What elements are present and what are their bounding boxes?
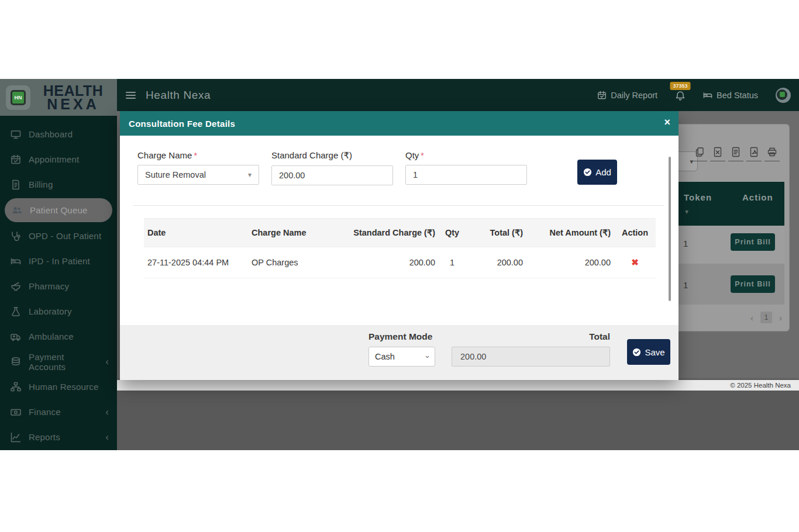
payment-mode-select[interactable]: Cash ›: [368, 347, 435, 367]
sidebar-item-billing[interactable]: Billing: [0, 172, 117, 197]
daily-report-link[interactable]: Daily Report: [597, 91, 657, 100]
notifications-button[interactable]: 37353: [675, 91, 686, 103]
previous-page-button[interactable]: ‹: [750, 313, 753, 323]
close-icon[interactable]: ×: [664, 117, 670, 127]
screen: Health Nexa Daily Report 37353 Bed Statu…: [0, 0, 799, 532]
standard-charge-cell: 200.00: [349, 247, 439, 278]
money-icon: [11, 407, 21, 417]
charge-name-label: Charge Name*: [137, 150, 259, 160]
modal-footer: Payment Mode Total Cash › 200.00 Save: [120, 325, 679, 380]
qty-field: Qty*: [405, 150, 527, 185]
sidebar-item-ambulance[interactable]: Ambulance: [0, 324, 117, 349]
dimmed-backdrop-band: [117, 391, 799, 450]
sidebar-item-patient-queue[interactable]: Patient Queue: [5, 198, 112, 222]
navbar-actions: Daily Report 37353 Bed Status: [597, 87, 799, 103]
fee-details-table: Date Charge Name Standard Charge (₹) Qty…: [144, 218, 656, 278]
sidebar-item-human-resource[interactable]: Human Resource: [0, 374, 117, 399]
next-page-button[interactable]: ›: [779, 313, 782, 323]
bed-icon: [11, 256, 21, 267]
consultation-fee-modal: Consultation Fee Details × Charge Name* …: [120, 111, 679, 380]
pdf-export-button[interactable]: [746, 147, 762, 161]
sidebar-item-appointment[interactable]: Appointment: [0, 147, 117, 172]
copy-icon: [694, 147, 705, 157]
sidebar-item-label: Pharmacy: [29, 281, 69, 291]
sitemap-icon: [11, 382, 21, 392]
sidebar-item-finance[interactable]: Finance ‹: [0, 399, 117, 424]
chevron-collapsed-icon: ‹: [105, 407, 109, 417]
section-divider: [133, 205, 664, 206]
sidebar-item-laboratory[interactable]: Laboratory: [0, 299, 117, 324]
daily-report-label: Daily Report: [611, 91, 657, 100]
sidebar-item-label: Finance: [29, 407, 61, 417]
page-footer: © 2025 Health Nexa: [117, 380, 799, 391]
date-cell: 27-11-2025 04:44 PM: [144, 247, 248, 278]
column-header-action: Action: [614, 219, 656, 247]
sidebar-item-label: Billing: [29, 179, 53, 189]
save-button[interactable]: Save: [627, 339, 670, 365]
charge-name-select[interactable]: Suture Removal ▾: [137, 165, 259, 185]
sidebar-item-reports[interactable]: Reports ‹: [0, 424, 117, 450]
sidebar-item-ipd[interactable]: IPD - In Patient: [0, 248, 117, 274]
add-button[interactable]: Add: [577, 160, 617, 185]
sidebar-item-label: Payment Accounts: [29, 352, 98, 372]
charge-name-value: Suture Removal: [145, 170, 206, 179]
hamburger-menu-icon[interactable]: [126, 92, 136, 99]
column-header-total: Total (₹): [466, 219, 526, 247]
mortar-icon: [11, 281, 21, 292]
sidebar-logo[interactable]: HN HEALTH NEXA: [0, 79, 117, 116]
print-bill-button[interactable]: Print Bill: [731, 233, 775, 251]
qty-label: Qty*: [405, 150, 527, 160]
standard-charge-field: Standard Charge (₹): [271, 150, 393, 185]
sidebar-item-label: OPD - Out Patient: [29, 231, 101, 241]
bed-status-label: Bed Status: [717, 91, 758, 100]
flask-icon: [11, 306, 21, 317]
total-amount-value: 200.00: [460, 352, 486, 361]
total-amount-field: 200.00: [452, 347, 610, 367]
export-toolbar: [692, 147, 780, 161]
standard-charge-input[interactable]: [271, 165, 393, 185]
bed-status-link[interactable]: Bed Status: [703, 91, 758, 100]
delete-row-icon[interactable]: ✖: [631, 257, 639, 267]
chevron-collapsed-icon: ‹: [105, 357, 109, 367]
coins-icon: [11, 357, 21, 367]
modal-title: Consultation Fee Details: [129, 119, 235, 129]
copy-export-button[interactable]: [692, 147, 707, 161]
chevron-down-icon: ›: [423, 355, 432, 358]
modal-body: Charge Name* Suture Removal ▾ Standard C…: [120, 136, 679, 325]
qty-input[interactable]: [405, 165, 527, 185]
file-lines-icon: [731, 147, 741, 157]
sidebar-item-label: Human Resource: [29, 382, 99, 392]
excel-file-icon: [712, 147, 723, 157]
sort-caret-icon[interactable]: ▾: [685, 208, 688, 216]
sidebar-item-label: Patient Queue: [30, 205, 88, 215]
csv-export-button[interactable]: [728, 147, 743, 161]
app-title: Health Nexa: [146, 89, 211, 102]
action-column-header: Action: [742, 192, 773, 202]
token-column-header[interactable]: Token: [684, 192, 712, 202]
notification-count-badge: 37353: [670, 82, 691, 90]
sidebar-item-dashboard[interactable]: Dashboard: [0, 122, 117, 147]
logo-chip-icon: HN: [6, 85, 30, 110]
token-cell: 1: [683, 239, 688, 248]
sidebar-item-payment-accounts[interactable]: Payment Accounts ‹: [0, 349, 117, 374]
modal-scrollbar[interactable]: [669, 157, 671, 301]
sidebar-item-pharmacy[interactable]: Pharmacy: [0, 274, 117, 299]
receipt-icon: [11, 179, 21, 190]
chevron-collapsed-icon: ‹: [105, 433, 109, 442]
pdf-file-icon: [749, 147, 759, 157]
check-circle-icon: [632, 348, 641, 357]
sidebar-item-label: Dashboard: [29, 129, 73, 139]
page-number-button[interactable]: 1: [760, 312, 772, 323]
check-circle-icon: [583, 168, 592, 177]
users-icon: [12, 205, 22, 216]
sidebar-item-opd[interactable]: OPD - Out Patient: [0, 223, 117, 248]
print-bill-button[interactable]: Print Bill: [731, 275, 775, 293]
sidebar-item-label: Laboratory: [29, 306, 72, 316]
excel-export-button[interactable]: [710, 147, 725, 161]
column-header-standard-charge: Standard Charge (₹): [349, 219, 439, 247]
sidebar-item-label: Reports: [29, 432, 60, 442]
user-avatar[interactable]: [776, 88, 791, 103]
print-export-button[interactable]: [764, 147, 780, 161]
qty-cell: 1: [439, 247, 466, 278]
pagination: ‹ 1 ›: [750, 312, 782, 323]
